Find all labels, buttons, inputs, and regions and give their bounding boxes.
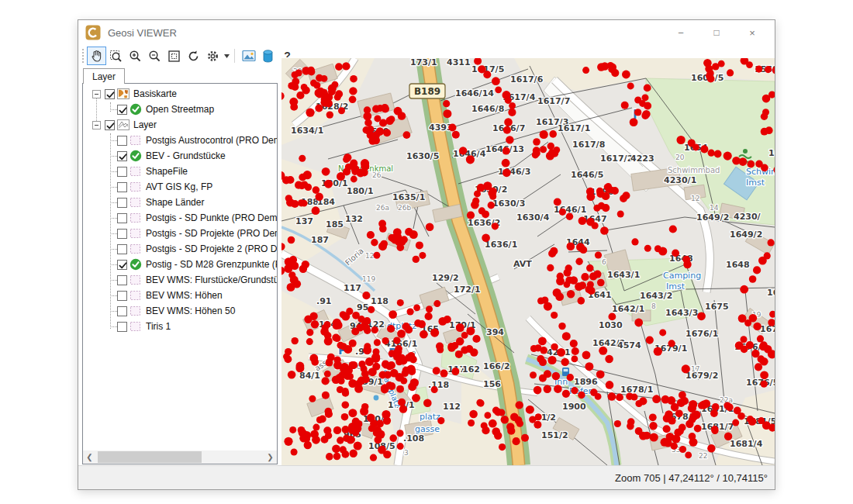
tree-item-postgis-sd-punkte-pro-demoven[interactable]: Postgis - SD Punkte (PRO Demoven	[83, 210, 277, 226]
maximize-button[interactable]: □	[699, 20, 734, 45]
map-label: 118	[371, 296, 389, 306]
database-button[interactable]	[258, 47, 278, 65]
map-label: Imst	[746, 178, 765, 188]
scrollbar-track[interactable]	[96, 450, 264, 464]
layer-label: ShapeFile	[144, 166, 188, 177]
title-bar[interactable]: Geosi VIEWER − □ ×	[78, 20, 775, 45]
map-label: 1630/4	[516, 212, 550, 223]
pan-tool-button[interactable]	[87, 47, 106, 65]
layer-label: Postgis - SD Punkte (PRO Demoven	[144, 212, 277, 223]
scrollbar-thumb[interactable]	[98, 451, 202, 463]
map-label: 1617/7	[537, 96, 570, 106]
map-label: 172/1	[454, 285, 481, 295]
tree-item-postgis-sd-projekte-2-pro-demo[interactable]: Postgis - SD Projekte 2 (PRO Demo	[83, 241, 277, 257]
layer-label: Layer	[132, 119, 157, 130]
check-icon	[130, 103, 142, 116]
tree-item-basiskarte[interactable]: Basiskarte	[83, 86, 277, 102]
map-label: 1675	[705, 302, 729, 312]
map-label: 1642/1	[612, 304, 644, 314]
zoom-in-button[interactable]	[126, 47, 145, 65]
image-export-button[interactable]	[239, 47, 258, 65]
tree-item-bev-wms-h-hen-50[interactable]: BEV WMS: Höhen 50	[83, 303, 277, 319]
layer-checkbox[interactable]	[117, 136, 127, 146]
layer-checkbox[interactable]	[117, 151, 127, 161]
map-label: 1676/5	[746, 378, 775, 388]
tree-connector-stub	[110, 156, 117, 157]
tree-expander-collapse[interactable]	[92, 90, 101, 98]
settings-button[interactable]	[203, 47, 223, 65]
layer-checkbox[interactable]	[117, 291, 127, 301]
map-label: 162	[462, 364, 480, 375]
tree-item-bev-wms-h-hen[interactable]: BEV WMS: Höhen	[83, 288, 277, 303]
tree-connector-stub	[110, 140, 117, 141]
map-label: 12	[691, 195, 699, 202]
layer-checkbox[interactable]	[117, 260, 127, 270]
tree-item-postgis-austrocontrol-pro-demove[interactable]: Postgis Austrocontrol (PRO Demove	[83, 133, 277, 148]
check-icon	[130, 258, 142, 271]
empty-icon	[130, 274, 142, 286]
layer-label: Postig - SD M28 Grenzpunkte (PRO	[144, 259, 277, 270]
map-canvas[interactable]: 201628/21634/1162943931630/51646/141617/…	[281, 58, 775, 465]
tree-item-postgis-sd-projekte-pro-demove[interactable]: Postgis - SD Projekte (PRO Demove	[83, 226, 277, 241]
zoom-window-button[interactable]	[106, 47, 126, 65]
layer-checkbox[interactable]	[117, 105, 127, 115]
map-label: 132	[345, 214, 363, 224]
zoom-out-button[interactable]	[145, 47, 164, 65]
layer-checkbox[interactable]	[117, 182, 127, 192]
map-label: 16	[767, 288, 775, 298]
map-label: 95	[357, 302, 368, 312]
map-label: 180/1	[347, 186, 374, 196]
layer-label: Open Streetmap	[144, 104, 214, 115]
tree-item-postig-sd-m28-grenzpunkte-pro[interactable]: Postig - SD M28 Grenzpunkte (PRO	[83, 257, 277, 272]
tree-expander-collapse[interactable]	[92, 121, 101, 129]
close-button[interactable]: ×	[734, 20, 770, 45]
toolbar-grip[interactable]	[81, 48, 85, 64]
refresh-button[interactable]	[184, 47, 203, 65]
layer-checkbox[interactable]	[117, 167, 127, 177]
empty-icon	[130, 134, 142, 147]
app-window: Geosi VIEWER − □ ×	[78, 19, 775, 490]
layer-checkbox[interactable]	[117, 275, 127, 285]
layer-checkbox[interactable]	[117, 213, 127, 223]
map-label: 156	[483, 379, 501, 389]
layer-checkbox[interactable]	[105, 120, 115, 130]
tab-layer[interactable]: Layer	[83, 68, 125, 84]
layer-label: BEV WMS: Flurstücke/Grundstücke	[144, 274, 277, 285]
minimize-button[interactable]: −	[663, 20, 699, 45]
map-label: 1617/6	[510, 74, 544, 85]
layer-checkbox[interactable]	[105, 89, 115, 99]
tree-item-avt-gis-kg-fp[interactable]: AVT GIS Kg, FP	[83, 179, 277, 195]
layer-checkbox[interactable]	[117, 244, 127, 254]
layer-tree: BasiskarteOpen StreetmapLayerPostgis Aus…	[83, 86, 277, 450]
scroll-left-arrow[interactable]: ❮	[83, 450, 96, 464]
empty-icon	[130, 227, 142, 240]
tree-connector-stub	[110, 109, 117, 110]
layer-checkbox[interactable]	[117, 322, 127, 332]
tree-item-shapefile[interactable]: ShapeFile	[83, 164, 277, 179]
map-label: 1646/8	[471, 104, 504, 114]
empty-icon	[130, 212, 142, 224]
scroll-right-arrow[interactable]: ❯	[264, 450, 277, 464]
map-label: 4223	[630, 154, 654, 164]
tree-item-open-streetmap[interactable]: Open Streetmap	[83, 102, 277, 117]
tree-item-shape-l-nder[interactable]: Shape Länder	[83, 195, 277, 210]
map-label: 151/2	[541, 430, 568, 440]
tab-layer-label: Layer	[92, 71, 116, 82]
horizontal-scrollbar[interactable]: ❮ ❯	[83, 450, 277, 464]
settings-dropdown-caret[interactable]	[223, 47, 230, 65]
tree-item-bev-grundst-cke[interactable]: BEV - Grundstücke	[83, 148, 277, 164]
map-label: 1649/2	[730, 230, 762, 240]
map-label: Camping	[663, 271, 701, 281]
layer-label: BEV - Grundstücke	[144, 150, 226, 161]
zoom-extent-button[interactable]	[164, 47, 184, 65]
map-label: 1617/1	[558, 123, 590, 133]
map-label: gasse	[415, 424, 440, 434]
tree-item-bev-wms-flurst-cke-grundst-cke[interactable]: BEV WMS: Flurstücke/Grundstücke	[83, 272, 277, 288]
tree-item-layer[interactable]: Layer	[83, 117, 277, 133]
layer-checkbox[interactable]	[117, 306, 127, 316]
tree-connector-stub	[110, 280, 117, 281]
layer-checkbox[interactable]	[117, 229, 127, 239]
layer-checkbox[interactable]	[117, 198, 127, 208]
tree-item-tiris-1[interactable]: Tiris 1	[83, 319, 277, 334]
map-label: 4230/1	[664, 175, 696, 185]
